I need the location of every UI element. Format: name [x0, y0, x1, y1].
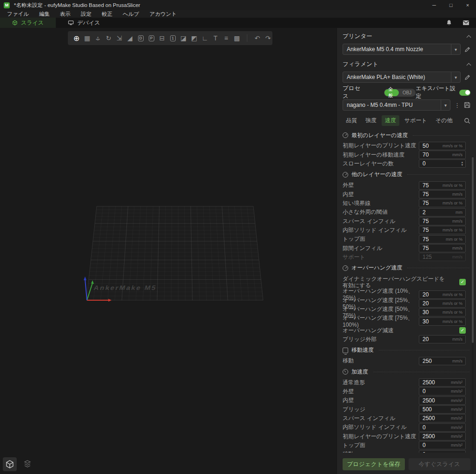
printer-select[interactable]: AnkerMake M5 0.4 mm Nozzle ▾	[343, 44, 461, 55]
unit-label: mm/s²	[451, 407, 465, 412]
setting-input[interactable]: 2500mm/s²	[419, 396, 466, 405]
setting-input[interactable]: 50mm/s or %	[419, 142, 466, 150]
settings-tab[interactable]: 品質	[343, 115, 360, 126]
setting-input[interactable]: 0▴▾	[419, 159, 466, 168]
copy-icon[interactable]: D	[137, 34, 145, 42]
menu-item[interactable]: 編集	[34, 10, 55, 18]
scope-toggle[interactable]: 全般 OBJ	[384, 89, 416, 97]
settings-tab[interactable]: 強度	[362, 115, 380, 126]
scale-icon[interactable]: ⇲	[115, 34, 123, 42]
menu-item[interactable]: アカウント	[144, 10, 182, 18]
measure-icon[interactable]: ∟	[201, 34, 209, 42]
move-icon[interactable]: ↔↕	[94, 34, 102, 42]
setting-input[interactable]: 30mm/s or %	[419, 308, 466, 316]
device-icon	[68, 20, 74, 26]
setting-input[interactable]: 75mm/s	[419, 244, 466, 252]
scope-global-option[interactable]: 全般	[384, 89, 399, 96]
save-preset-floppy-icon[interactable]	[464, 102, 470, 108]
scrollbar-thumb[interactable]	[472, 157, 474, 343]
scope-object-option[interactable]: OBJ	[399, 90, 415, 95]
setting-value: 75	[419, 182, 443, 189]
close-button[interactable]: ×	[459, 0, 476, 10]
setting-input[interactable]: 0mm/s²	[419, 450, 466, 453]
place-on-face-icon[interactable]: ◢	[126, 34, 134, 42]
setting-input[interactable]: 75mm or %	[419, 235, 466, 244]
maximize-button[interactable]: □	[443, 0, 459, 10]
save-project-button[interactable]: プロジェクトを保存	[343, 458, 405, 470]
notifications-bell-icon[interactable]	[446, 20, 452, 26]
setting-input[interactable]: 20mm/s or %	[419, 290, 466, 299]
setting-input[interactable]: 75mm/s or %	[419, 226, 466, 234]
tab-slice[interactable]: スライス	[0, 18, 56, 28]
preset-menu-kebab-icon[interactable]: ⋮	[454, 102, 460, 108]
setting-input[interactable]: 2500mm/s²	[419, 414, 466, 422]
setting-input[interactable]: 20mm/s or %	[419, 299, 466, 308]
stepper-down-icon[interactable]: ▾	[461, 164, 463, 166]
support-painting-icon[interactable]: ◪	[179, 34, 187, 42]
collapse-chevron-icon[interactable]	[467, 63, 471, 67]
seam-painting-icon[interactable]: ◩	[190, 34, 198, 42]
split-to-parts-icon[interactable]: 1	[169, 34, 177, 42]
minimize-button[interactable]: ─	[426, 0, 443, 10]
menu-item[interactable]: 較正	[97, 10, 118, 18]
settings-tab[interactable]: サポート	[401, 115, 430, 126]
menu-item[interactable]: ファイル	[2, 10, 34, 18]
split-to-objects-icon[interactable]: ⊟	[158, 34, 166, 42]
variable-layer-height-icon[interactable]: ≡	[222, 34, 230, 42]
panel-scrollbar[interactable]	[472, 156, 474, 451]
edit-filament-pencil-icon[interactable]	[464, 74, 470, 80]
viewport-3d[interactable]: AnkerMake M5 ⊕▦↔↕↻⇲◢DP⊟1◪◩∟T≡▩↶↷	[0, 28, 337, 474]
paste-icon[interactable]: P	[147, 34, 155, 42]
mail-icon[interactable]	[463, 20, 469, 26]
setting-input[interactable]: 2mm	[419, 208, 466, 217]
layers-view-button[interactable]	[20, 457, 34, 471]
redo-icon[interactable]: ↷	[264, 34, 272, 42]
setting-input[interactable]: 2500mm/s²	[419, 432, 466, 441]
checkbox[interactable]: ✓	[459, 327, 466, 334]
arrange-icon[interactable]: ▦	[83, 34, 91, 42]
setting-row: トップ面0mm/s²	[343, 441, 470, 450]
expert-settings-toggle[interactable]	[459, 90, 470, 96]
text-icon[interactable]: T	[212, 34, 219, 42]
add-icon[interactable]: ⊕	[73, 34, 80, 42]
undo-icon[interactable]: ↶	[253, 34, 261, 42]
settings-tab[interactable]: 速度	[382, 115, 399, 126]
setting-input[interactable]: 20mm/s	[419, 335, 466, 343]
unit-label: mm/s²	[451, 434, 465, 439]
setting-input[interactable]: 75mm/s or %	[419, 199, 466, 207]
dropdown-caret-icon[interactable]: ▾	[451, 72, 460, 82]
setting-input[interactable]: 30mm/s or %	[419, 317, 466, 326]
setting-input[interactable]: 70mm/s	[419, 151, 466, 159]
organize-icon[interactable]: ▩	[233, 34, 241, 42]
settings-list: 最初のレイヤーの速度初期レイヤーのプリント速度50mm/s or %初期レイヤー…	[343, 129, 470, 453]
setting-input[interactable]: 0mm/s²	[419, 423, 466, 432]
rotate-icon[interactable]: ↻	[105, 34, 112, 42]
edit-printer-pencil-icon[interactable]	[464, 46, 470, 53]
checkbox[interactable]: ✓	[459, 279, 466, 285]
setting-input[interactable]: 75mm/s	[419, 190, 466, 198]
setting-input[interactable]: 75mm/s	[419, 217, 466, 225]
unit-label: mm/s or %	[443, 144, 465, 148]
menu-item[interactable]: 設定	[76, 10, 97, 18]
setting-input[interactable]: 500mm/s²	[419, 405, 466, 414]
model-view-button[interactable]	[3, 457, 17, 471]
filament-select[interactable]: AnkerMake PLA+ Basic (White) ▾	[343, 72, 461, 83]
tab-device[interactable]: デバイス	[56, 18, 112, 28]
setting-input[interactable]: 0mm/s²	[419, 387, 466, 395]
setting-input[interactable]: 0mm/s²	[419, 441, 466, 449]
setting-input[interactable]: 250mm/s	[419, 357, 466, 365]
setting-input[interactable]: 75mm/s or %	[419, 181, 466, 190]
setting-input[interactable]: 2500mm/s²	[419, 378, 466, 387]
section-title: オーバーハング速度	[351, 264, 402, 272]
dropdown-caret-icon[interactable]: ▾	[451, 44, 460, 54]
process-preset-select[interactable]: nagano - M5 0.4mm - TPU ▾	[343, 99, 450, 111]
menu-item[interactable]: ヘルプ	[118, 10, 144, 18]
collapse-chevron-icon[interactable]	[467, 35, 471, 40]
slice-now-button[interactable]: 今すぐスライス	[409, 458, 471, 470]
menu-item[interactable]: 表示	[55, 10, 76, 18]
stepper-arrows[interactable]: ▴▾	[461, 161, 465, 166]
settings-tab[interactable]: その他	[432, 115, 456, 126]
setting-value: 2500	[419, 397, 451, 404]
search-icon[interactable]	[464, 118, 470, 124]
dropdown-caret-icon[interactable]: ▾	[441, 100, 450, 110]
